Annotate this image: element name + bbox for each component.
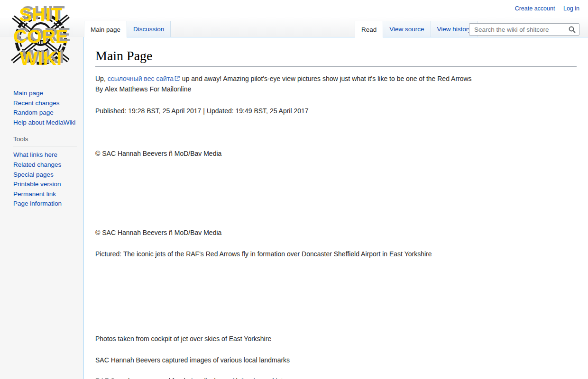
tab-read[interactable]: Read xyxy=(355,21,383,37)
summary-line: SAC Hannah Beevers captured images of va… xyxy=(95,355,577,365)
sidebar: SHIT CORE WIKI Main page Recent changes … xyxy=(0,0,83,379)
summary-line: Photos taken from cockpit of jet over sk… xyxy=(95,334,577,344)
sidebar-item-what-links-here[interactable]: What links here xyxy=(13,151,57,158)
search-icon xyxy=(569,26,576,33)
search-form xyxy=(469,23,579,36)
intro-prefix: Up, xyxy=(95,75,108,82)
logo-line: SHIT xyxy=(5,4,77,26)
photo-credit: © SAC Hannah Beevers ñ MoD/Bav Media xyxy=(95,148,577,159)
tab-view-source[interactable]: View source xyxy=(383,21,431,37)
tab-main-page[interactable]: Main page xyxy=(84,21,127,37)
photo-caption: Pictured: The iconic jets of the RAF's R… xyxy=(95,249,577,259)
tools-list: What links here Related changes Special … xyxy=(13,150,77,208)
sidebar-tools-section: Tools What links here Related changes Sp… xyxy=(13,135,77,208)
intro-suffix: up and away! Amazing pilot's-eye view pi… xyxy=(180,75,472,82)
logo-line: WIKI xyxy=(5,47,77,69)
search-button[interactable] xyxy=(565,24,579,35)
log-in-link[interactable]: Log in xyxy=(563,5,579,12)
sidebar-item-recent-changes[interactable]: Recent changes xyxy=(13,99,60,107)
summary-line: RAF Squadron renowned for daring display… xyxy=(95,376,577,379)
namespace-tabs: Main page Discussion xyxy=(84,21,171,37)
page-title: Main Page xyxy=(95,48,577,67)
external-link[interactable]: ссылочный вес сайта xyxy=(108,75,174,82)
external-link-icon xyxy=(175,76,180,81)
sidebar-item-printable-version[interactable]: Printable version xyxy=(13,180,61,188)
create-account-link[interactable]: Create account xyxy=(515,5,555,12)
view-tabs: Read View source View history xyxy=(355,21,478,37)
sidebar-item-help-mediawiki[interactable]: Help about MediaWiki xyxy=(13,119,75,126)
personal-tools: Create account Log in xyxy=(508,5,579,12)
logo-line: CORE xyxy=(5,26,77,47)
wiki-logo[interactable]: SHIT CORE WIKI xyxy=(5,3,77,74)
sidebar-item-page-information[interactable]: Page information xyxy=(13,200,62,207)
page-content: Main Page Up, ссылочный вес сайта up and… xyxy=(83,37,588,379)
sidebar-item-special-pages[interactable]: Special pages xyxy=(13,171,54,178)
search-input[interactable] xyxy=(473,26,565,34)
tab-discussion[interactable]: Discussion xyxy=(127,21,171,37)
tools-heading: Tools xyxy=(13,135,77,146)
published-line: Published: 19:28 BST, 25 April 2017 | Up… xyxy=(95,106,577,116)
sidebar-item-permanent-link[interactable]: Permanent link xyxy=(13,190,56,198)
sidebar-item-random-page[interactable]: Random page xyxy=(13,109,54,116)
intro-paragraph: Up, ссылочный вес сайта up and away! Ama… xyxy=(95,73,577,94)
logo-text: SHIT CORE WIKI xyxy=(5,4,77,69)
sidebar-item-related-changes[interactable]: Related changes xyxy=(13,161,61,168)
sidebar-item-main-page[interactable]: Main page xyxy=(13,90,43,97)
photo-credit: © SAC Hannah Beevers ñ MoD/Bav Media xyxy=(95,227,577,238)
sidebar-navigation: Main page Recent changes Random page Hel… xyxy=(0,88,83,127)
byline: By Alex Matthews For Mailonline xyxy=(95,85,191,93)
